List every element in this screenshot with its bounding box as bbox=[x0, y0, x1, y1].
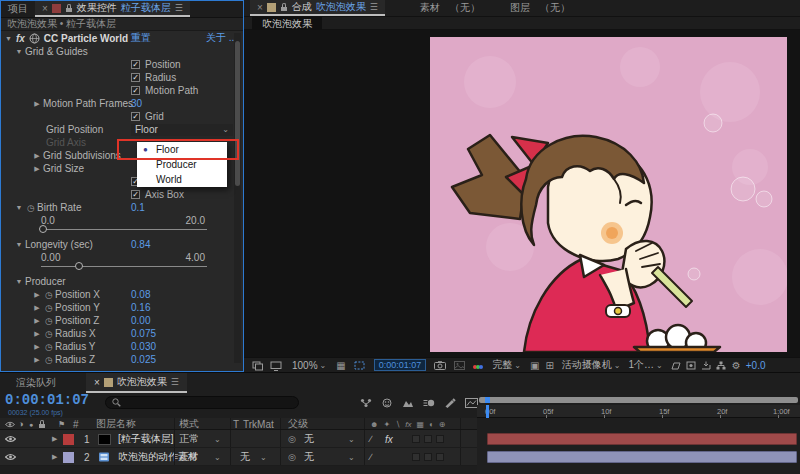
trkmat-select[interactable]: 无 bbox=[240, 448, 250, 466]
grid-guide-options-icon[interactable]: ▦ bbox=[336, 360, 345, 371]
layer-row-1[interactable]: ▶ 1 [粒子载体层] 正常 ⌄ ◎ 无 ⌄ ∕ fx bbox=[0, 430, 477, 448]
shy-icon[interactable]: ☻ bbox=[370, 420, 378, 429]
brush-icon[interactable] bbox=[444, 397, 456, 408]
layer-color-swatch[interactable] bbox=[63, 430, 74, 448]
viewer-tab[interactable]: 吹泡泡效果 bbox=[252, 17, 322, 30]
resolution-select[interactable]: 完整⌄ bbox=[492, 358, 521, 372]
fx-toggle[interactable]: fx bbox=[385, 430, 393, 448]
close-icon[interactable]: × bbox=[94, 377, 100, 388]
show-snapshot-icon[interactable] bbox=[454, 360, 465, 371]
stopwatch-icon[interactable]: ◷ bbox=[43, 329, 55, 339]
scrollbar[interactable] bbox=[234, 33, 241, 363]
expand-triangle-icon[interactable]: ▶ bbox=[31, 304, 43, 312]
checkbox[interactable]: ✓ bbox=[131, 60, 140, 69]
chevron-down-icon[interactable]: ⌄ bbox=[348, 430, 355, 448]
tab-timeline-comp[interactable]: × 吹泡泡效果 ☰ bbox=[86, 373, 187, 393]
fx-badge-icon[interactable]: fx bbox=[16, 33, 25, 44]
motion-blur-switch-icon[interactable]: ◐ bbox=[429, 420, 434, 429]
region-icon[interactable]: ▣ bbox=[530, 360, 539, 371]
tab-layer[interactable]: 图层 （无） bbox=[503, 0, 577, 16]
checkbox[interactable]: ✓ bbox=[131, 190, 140, 199]
frame-blend-icon[interactable] bbox=[402, 397, 414, 408]
panel-menu-icon[interactable]: ☰ bbox=[171, 377, 179, 387]
menu-item-world[interactable]: World bbox=[137, 172, 227, 187]
layer-color-swatch[interactable] bbox=[63, 448, 74, 466]
panel-menu-icon[interactable]: ☰ bbox=[370, 2, 378, 12]
expand-triangle-icon[interactable]: ▶ bbox=[31, 100, 43, 108]
param-value[interactable]: 0.025 bbox=[131, 354, 156, 365]
checkbox[interactable]: ✓ bbox=[131, 86, 140, 95]
chevron-down-icon[interactable]: ⌄ bbox=[214, 448, 221, 466]
parent-select[interactable]: 无 bbox=[304, 448, 314, 466]
composition-mini-flowchart-icon[interactable] bbox=[360, 397, 372, 408]
layer-name[interactable]: [粒子载体层] bbox=[118, 430, 174, 448]
eye-toggle[interactable] bbox=[5, 448, 16, 466]
fx-icon[interactable]: fx bbox=[405, 420, 411, 429]
mode-select[interactable]: 正常 bbox=[179, 448, 199, 466]
param-value[interactable]: 30 bbox=[131, 98, 142, 109]
panel-menu-icon[interactable]: ☰ bbox=[175, 3, 183, 13]
param-value[interactable]: 0.84 bbox=[131, 239, 150, 250]
parent-column-header[interactable]: 父级 bbox=[288, 418, 308, 430]
grid-position-dropdown[interactable]: Floor⌄ bbox=[131, 124, 233, 136]
pickwhip-icon[interactable]: ◎ bbox=[288, 448, 296, 466]
stopwatch-icon[interactable]: ◷ bbox=[43, 342, 55, 352]
mode-select[interactable]: 正常 bbox=[179, 430, 199, 448]
pickwhip-icon[interactable]: ◎ bbox=[288, 430, 296, 448]
flowchart-icon[interactable] bbox=[716, 360, 726, 371]
expand-triangle-icon[interactable]: ▶ bbox=[52, 448, 57, 466]
quality-toggle[interactable]: ∕ bbox=[370, 430, 372, 448]
effect-row-group[interactable]: ▼Grid & Guides bbox=[1, 45, 233, 58]
scrollbar-thumb[interactable] bbox=[235, 41, 240, 186]
shy-icon[interactable] bbox=[381, 397, 393, 408]
tab-footage[interactable]: 素材 （无） bbox=[413, 0, 487, 16]
chevron-down-icon[interactable]: ⌄ bbox=[214, 430, 221, 448]
frame-blend-switch-icon[interactable]: ▦ bbox=[416, 420, 424, 429]
eye-toggle[interactable] bbox=[5, 430, 16, 448]
slider-knob[interactable] bbox=[75, 262, 83, 270]
expand-triangle-icon[interactable]: ▶ bbox=[31, 356, 43, 364]
slider-track[interactable] bbox=[41, 229, 207, 230]
effect-row-group[interactable]: ▼Producer bbox=[1, 275, 233, 288]
work-area-start-marker[interactable] bbox=[486, 405, 489, 418]
lock-icon[interactable] bbox=[65, 4, 73, 12]
time-ruler[interactable]: 00f 05f 10f 15f 20f 1:00f bbox=[477, 405, 800, 418]
show-channel-icon[interactable] bbox=[473, 360, 483, 371]
quality-toggle[interactable]: ∕ bbox=[370, 448, 372, 466]
checkbox[interactable]: ✓ bbox=[131, 112, 140, 121]
layer-name-column-header[interactable]: 图层名称 bbox=[96, 418, 136, 430]
region-of-interest-icon[interactable] bbox=[354, 360, 365, 371]
collapse-triangle-icon[interactable]: ▼ bbox=[13, 241, 25, 248]
tab-composition[interactable]: × 合成 吹泡泡效果 ☰ bbox=[250, 0, 385, 16]
checkbox[interactable]: ✓ bbox=[131, 73, 140, 82]
stopwatch-icon[interactable]: ◷ bbox=[43, 303, 55, 313]
param-value[interactable]: 0.16 bbox=[131, 302, 150, 313]
close-icon[interactable]: × bbox=[257, 2, 263, 13]
layer-bar-2[interactable] bbox=[487, 451, 797, 463]
view-layout-select[interactable]: 1个…⌄ bbox=[629, 358, 663, 372]
exposure-value[interactable]: +0.0 bbox=[746, 360, 766, 371]
expand-triangle-icon[interactable]: ▶ bbox=[31, 165, 43, 173]
always-preview-icon[interactable] bbox=[252, 359, 263, 370]
preview-time-display[interactable]: 0:00:01:07 bbox=[374, 359, 427, 371]
tab-project[interactable]: 项目 bbox=[1, 1, 35, 17]
param-value[interactable]: 0.1 bbox=[131, 202, 145, 213]
collapse-triangle-icon[interactable]: ▼ bbox=[5, 35, 12, 42]
export-frame-icon[interactable] bbox=[701, 360, 711, 371]
t-column-header[interactable]: T bbox=[233, 418, 239, 430]
composition-viewer[interactable] bbox=[244, 30, 800, 357]
stopwatch-icon[interactable]: ◷ bbox=[43, 290, 55, 300]
timeline-search-input[interactable] bbox=[105, 396, 299, 409]
param-value[interactable]: 0.08 bbox=[131, 289, 150, 300]
camera-select[interactable]: 活动摄像机⌄ bbox=[562, 358, 621, 372]
expand-triangle-icon[interactable]: ▶ bbox=[31, 330, 43, 338]
expand-triangle-icon[interactable]: ▶ bbox=[31, 343, 43, 351]
expand-triangle-icon[interactable]: ▶ bbox=[52, 430, 57, 448]
stopwatch-icon[interactable]: ◷ bbox=[43, 316, 55, 326]
layer-bar-1[interactable] bbox=[487, 433, 797, 445]
reset-button[interactable]: 重置 bbox=[131, 31, 151, 45]
collapse-icon[interactable]: ✦ bbox=[383, 420, 390, 429]
param-value[interactable]: 0.00 bbox=[131, 315, 150, 326]
tab-effect-controls[interactable]: × 效果控件 粒子载体层 ☰ bbox=[35, 1, 190, 17]
param-value[interactable]: 0.075 bbox=[131, 328, 156, 339]
